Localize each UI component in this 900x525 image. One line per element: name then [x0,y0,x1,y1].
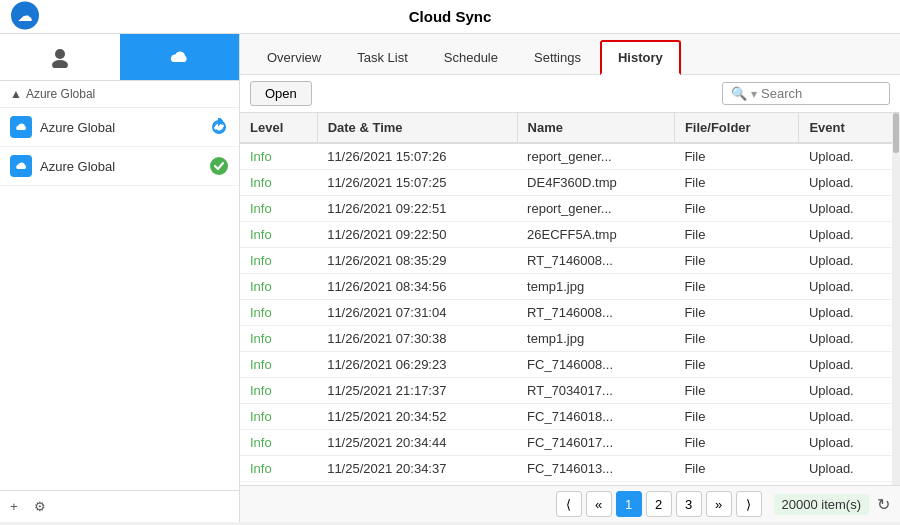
table-row[interactable]: Info 11/26/2021 15:07:26 report_gener...… [240,143,892,170]
col-filefolder: File/Folder [674,113,799,143]
sidebar-top [0,34,239,81]
cell-datetime-12: 11/25/2021 20:34:37 [317,456,517,482]
cell-name-3: 26ECFF5A.tmp [517,222,674,248]
app-icon: ☁ [10,0,40,33]
table-row[interactable]: Info 11/25/2021 20:34:44 FC_7146017... F… [240,430,892,456]
cell-event-0: Upload. [799,143,892,170]
sidebar-item-label-2: Azure Global [40,159,201,174]
tab-bar: Overview Task List Schedule Settings His… [240,34,900,75]
next-page-button[interactable]: » [706,491,732,517]
cell-name-12: FC_7146013... [517,456,674,482]
cell-type-3: File [674,222,799,248]
first-page-button[interactable]: ⟨ [556,491,582,517]
tab-history[interactable]: History [600,40,681,75]
search-box[interactable]: 🔍 ▾ [722,82,890,105]
sidebar: ▲ Azure Global Azure Global [0,34,240,522]
table-row[interactable]: Info 11/25/2021 20:34:37 FC_7146013... F… [240,456,892,482]
cell-type-5: File [674,274,799,300]
search-input[interactable] [761,86,881,101]
sidebar-section-header: ▲ Azure Global [0,81,239,108]
cell-datetime-5: 11/26/2021 08:34:56 [317,274,517,300]
cell-level-2: Info [240,196,317,222]
table-row[interactable]: Info 11/26/2021 09:22:51 report_gener...… [240,196,892,222]
cell-event-3: Upload. [799,222,892,248]
cell-level-6: Info [240,300,317,326]
tab-overview[interactable]: Overview [250,40,338,74]
cell-type-11: File [674,430,799,456]
table-row[interactable]: Info 11/26/2021 09:22:50 26ECFF5A.tmp Fi… [240,222,892,248]
cell-event-4: Upload. [799,248,892,274]
cell-event-12: Upload. [799,456,892,482]
cell-datetime-9: 11/25/2021 21:17:37 [317,378,517,404]
svg-text:☁: ☁ [18,7,32,23]
col-datetime: Date & Time [317,113,517,143]
cell-name-5: temp1.jpg [517,274,674,300]
table-row[interactable]: Info 11/26/2021 07:30:38 temp1.jpg File … [240,326,892,352]
pagination: ⟨ « 1 2 3 » ⟩ 20000 item(s) ↻ [240,485,900,522]
sidebar-item-label-1: Azure Global [40,120,201,135]
cell-datetime-8: 11/26/2021 06:29:23 [317,352,517,378]
cell-event-7: Upload. [799,326,892,352]
table-row[interactable]: Info 11/25/2021 21:17:37 RT_7034017... F… [240,378,892,404]
scrollbar-thumb[interactable] [893,113,899,153]
cell-name-8: FC_7146008... [517,352,674,378]
items-count: 20000 item(s) [774,494,869,515]
toolbar: Open 🔍 ▾ [240,75,900,113]
history-table: Level Date & Time Name File/Folder Event… [240,113,892,482]
page-3-button[interactable]: 3 [676,491,702,517]
table-row[interactable]: Info 11/26/2021 06:29:23 FC_7146008... F… [240,352,892,378]
cloud-tab-button[interactable] [120,34,240,80]
add-button[interactable]: + [10,499,18,514]
table-row[interactable]: Info 11/26/2021 07:31:04 RT_7146008... F… [240,300,892,326]
scrollbar[interactable] [892,113,900,485]
tab-settings[interactable]: Settings [517,40,598,74]
cell-level-12: Info [240,456,317,482]
cell-datetime-7: 11/26/2021 07:30:38 [317,326,517,352]
last-page-button[interactable]: ⟩ [736,491,762,517]
user-tab-button[interactable] [0,34,120,80]
cell-datetime-4: 11/26/2021 08:35:29 [317,248,517,274]
cell-event-5: Upload. [799,274,892,300]
cloud-icon-2 [14,159,28,173]
sidebar-bottom: + ⚙ [0,490,239,522]
user-icon [49,46,71,68]
history-table-container: Level Date & Time Name File/Folder Event… [240,113,892,485]
cloud-icon-1 [14,120,28,134]
cell-level-5: Info [240,274,317,300]
cell-level-11: Info [240,430,317,456]
cell-event-8: Upload. [799,352,892,378]
sidebar-item-azure-global-1[interactable]: Azure Global [0,108,239,147]
refresh-button[interactable]: ↻ [877,495,890,514]
search-dropdown-arrow[interactable]: ▾ [751,87,757,101]
checkmark-circle-icon [209,156,229,176]
cell-name-11: FC_7146017... [517,430,674,456]
page-2-button[interactable]: 2 [646,491,672,517]
cell-name-2: report_gener... [517,196,674,222]
cell-type-10: File [674,404,799,430]
cell-datetime-1: 11/26/2021 15:07:25 [317,170,517,196]
cell-datetime-10: 11/25/2021 20:34:52 [317,404,517,430]
col-level: Level [240,113,317,143]
title-bar: ☁ Cloud Sync [0,0,900,34]
cell-type-12: File [674,456,799,482]
table-row[interactable]: Info 11/26/2021 08:34:56 temp1.jpg File … [240,274,892,300]
svg-point-2 [55,49,65,59]
tab-schedule[interactable]: Schedule [427,40,515,74]
cell-type-2: File [674,196,799,222]
col-name: Name [517,113,674,143]
table-row[interactable]: Info 11/26/2021 08:35:29 RT_7146008... F… [240,248,892,274]
tab-task-list[interactable]: Task List [340,40,425,74]
col-event: Event [799,113,892,143]
cell-level-3: Info [240,222,317,248]
settings-button[interactable]: ⚙ [34,499,46,514]
prev-page-button[interactable]: « [586,491,612,517]
table-row[interactable]: Info 11/26/2021 15:07:25 DE4F360D.tmp Fi… [240,170,892,196]
cell-type-0: File [674,143,799,170]
open-button[interactable]: Open [250,81,312,106]
cell-datetime-2: 11/26/2021 09:22:51 [317,196,517,222]
cell-level-10: Info [240,404,317,430]
table-row[interactable]: Info 11/25/2021 20:34:52 FC_7146018... F… [240,404,892,430]
svg-point-3 [52,60,68,68]
page-1-button[interactable]: 1 [616,491,642,517]
sidebar-item-azure-global-2[interactable]: Azure Global [0,147,239,186]
